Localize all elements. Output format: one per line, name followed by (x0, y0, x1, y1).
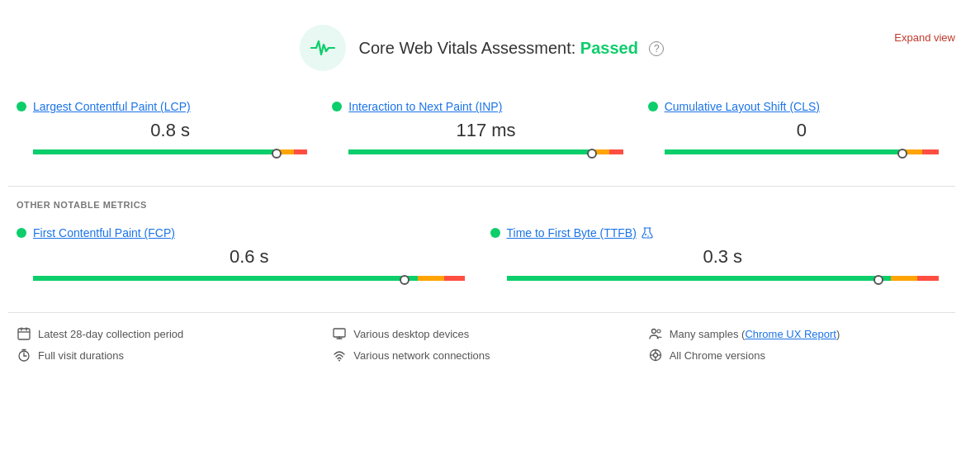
bar-good (665, 149, 906, 154)
desktop-icon (332, 326, 347, 341)
vitals-icon (300, 25, 346, 71)
value-marker (402, 273, 404, 284)
metric-value-fcp: 0.6 s (33, 246, 466, 268)
bar-needs (418, 276, 444, 281)
progress-track (348, 149, 623, 154)
metric-name-ttfb[interactable]: Time to First Byte (TTFB) (507, 226, 637, 239)
footer-item-collection: Latest 28-day collection period (17, 326, 315, 341)
metric-item-fcp: First Contentful Paint (FCP) 0.6 s (8, 218, 482, 296)
metric-item-inp: Interaction to Next Paint (INP) 117 ms (324, 92, 639, 169)
bar-good (33, 276, 418, 281)
footer-col-3: Many samples (Chrome UX Report) All Chro… (640, 326, 955, 363)
bar-poor (609, 149, 623, 154)
footer-section: Latest 28-day collection period Full vis… (8, 312, 955, 371)
value-marker (274, 146, 276, 158)
metric-name-lcp[interactable]: Largest Contentful Paint (LCP) (33, 100, 191, 113)
footer-item-visit: Full visit durations (17, 348, 315, 363)
progress-track (507, 276, 940, 281)
svg-point-15 (651, 330, 656, 334)
metric-value-inp: 117 ms (348, 120, 623, 141)
bar-poor (294, 149, 307, 154)
metric-value-lcp: 0.8 s (33, 120, 307, 141)
status-dot (490, 228, 500, 238)
bar-poor (917, 276, 939, 281)
expand-view-link[interactable]: Expand view (894, 31, 955, 44)
value-marker (589, 146, 591, 158)
bar-needs (906, 149, 922, 154)
footer-item-chrome-versions: All Chrome versions (648, 348, 947, 363)
bar-needs (891, 276, 917, 281)
progress-track (33, 149, 307, 154)
progress-bar (33, 276, 466, 284)
metric-label: Cumulative Layout Shift (CLS) (648, 100, 939, 113)
svg-point-1 (645, 234, 646, 235)
bar-good (507, 276, 892, 281)
metric-value-ttfb: 0.3 s (507, 246, 940, 268)
header-section: Core Web Vitals Assessment: Passed ? Exp… (8, 17, 955, 83)
progress-bar (348, 149, 623, 158)
metric-value-cls: 0 (665, 120, 939, 141)
metric-label: Time to First Byte (TTFB) (490, 226, 940, 239)
bar-good (33, 149, 277, 154)
metric-name-inp[interactable]: Interaction to Next Paint (INP) (348, 100, 502, 113)
footer-item-samples: Many samples (Chrome UX Report) (648, 326, 947, 341)
footer-item-network: Various network connections (332, 348, 631, 363)
svg-point-14 (339, 360, 340, 362)
progress-track (665, 149, 939, 154)
metric-item-ttfb: Time to First Byte (TTFB) 0.3 s (482, 218, 956, 296)
svg-rect-3 (18, 329, 30, 339)
status-dot (332, 102, 342, 111)
progress-track (33, 276, 466, 281)
footer-col-2: Various desktop devices Various network … (324, 326, 639, 363)
status-dot (648, 102, 658, 111)
metric-label: Largest Contentful Paint (LCP) (17, 100, 307, 113)
status-dot (17, 228, 26, 238)
svg-rect-11 (334, 329, 345, 337)
page-wrapper: Core Web Vitals Assessment: Passed ? Exp… (0, 0, 980, 387)
metric-label: First Contentful Paint (FCP) (17, 226, 466, 239)
other-metrics-label: OTHER NOTABLE METRICS (8, 187, 955, 218)
footer-item-desktop: Various desktop devices (332, 326, 631, 341)
bar-poor (922, 149, 939, 154)
core-metrics-grid: Largest Contentful Paint (LCP) 0.8 s Int… (8, 83, 955, 187)
timer-icon (17, 348, 31, 363)
progress-bar (665, 149, 939, 158)
calendar-icon (17, 326, 31, 341)
users-icon (648, 326, 663, 341)
wifi-icon (332, 348, 347, 363)
svg-point-18 (653, 353, 657, 358)
bar-good (348, 149, 593, 154)
value-marker (876, 273, 878, 284)
status-dot (17, 102, 26, 111)
progress-bar (33, 149, 307, 158)
metric-name-cls[interactable]: Cumulative Layout Shift (CLS) (665, 100, 820, 113)
svg-point-2 (647, 235, 649, 237)
value-marker (900, 146, 902, 158)
header-title: Core Web Vitals Assessment: Passed ? (359, 39, 665, 58)
bar-poor (444, 276, 466, 281)
footer-col-1: Latest 28-day collection period Full vis… (8, 326, 324, 363)
help-icon[interactable]: ? (649, 41, 664, 56)
metric-item-lcp: Largest Contentful Paint (LCP) 0.8 s (8, 92, 324, 169)
metric-item-cls: Cumulative Layout Shift (CLS) 0 (640, 92, 955, 169)
svg-point-16 (657, 330, 660, 333)
chrome-icon (648, 348, 663, 363)
metric-name-fcp[interactable]: First Contentful Paint (FCP) (33, 226, 175, 239)
metric-label: Interaction to Next Paint (INP) (332, 100, 623, 113)
notable-metrics-grid: First Contentful Paint (FCP) 0.6 s Time … (8, 218, 955, 312)
progress-bar (507, 276, 940, 284)
chrome-ux-report-link[interactable]: Chrome UX Report (745, 328, 836, 340)
